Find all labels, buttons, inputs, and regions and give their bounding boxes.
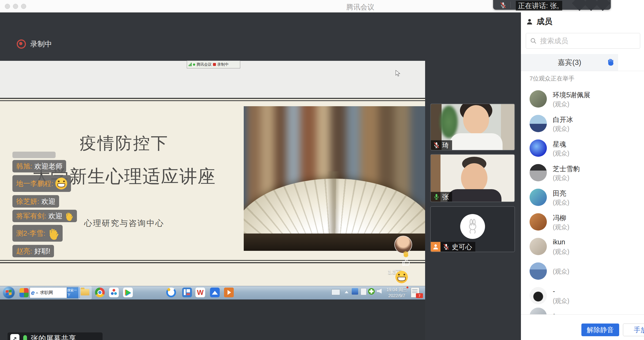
clock-date: 2022/9/7 [384,293,409,299]
member-name: 冯柳 [553,214,566,222]
member-row[interactable]: ikun (观众) [521,236,644,260]
members-header: 成员 [526,16,552,27]
chrome-icon[interactable] [95,288,105,297]
chat-bubble: 韩旭: 欢迎老师 [12,160,66,172]
tab-guests[interactable]: 嘉宾(3) [521,54,618,71]
keyboard-tray-icon[interactable] [331,289,340,295]
meeting-app-icon[interactable] [210,288,220,297]
media-grid-icon[interactable] [182,288,192,297]
start-button[interactable] [3,286,15,299]
mouse-cursor [395,70,402,77]
search-icon [530,37,537,44]
tray-expand-icon[interactable] [345,291,348,293]
share-arrow-icon [10,334,19,340]
recording-icon [17,39,26,49]
participant-name: 张 [442,192,449,201]
share-status-label: 张的屏幕共享 [31,334,76,340]
member-row[interactable]: 环境5谢佩展 (观众) [521,88,644,113]
chat-text: 欢迎 [48,211,62,221]
chat-bubble-partial [12,152,56,158]
power-tray-icon[interactable] [361,288,367,295]
pinwheel-app-icon[interactable] [19,288,29,297]
wps-icon[interactable]: W [195,288,205,297]
record-square-icon [213,63,216,66]
thumbs-up-icon [401,257,411,267]
mic-muted-icon [433,142,440,149]
media-app-icon[interactable] [109,288,119,297]
clap-emoji [65,212,73,220]
profile-badge-icon [431,242,440,252]
slide-book-photo [244,106,425,251]
member-name: 田亮 [553,189,566,198]
chat-sender: 将军有剑: [16,211,46,221]
mic-muted-icon [500,2,507,9]
member-row[interactable]: 白开冰 (观众) [521,113,644,137]
explorer-taskbar-item[interactable] [79,286,91,299]
taskbar-search-input[interactable] [39,290,63,295]
member-name: 芝士雪豹 [553,164,580,173]
members-title: 成员 [537,16,552,27]
raise-hand-notice: 7位观众正在举手 [530,75,574,83]
recorder-float-bar[interactable]: 腾讯会议 录制中 [187,61,240,68]
tencent-video-icon[interactable] [123,288,133,297]
screen-share-status-bar[interactable]: 张的屏幕共享 [8,332,103,340]
member-search-box[interactable] [526,33,640,49]
avatar [530,238,547,255]
avatar [530,213,547,231]
taskbar-search-box[interactable]: e [30,287,67,298]
participant-name: 琦 [442,141,449,150]
green-dot-icon [193,64,195,66]
member-name: 白开冰 [553,115,573,124]
hand-down-button[interactable]: 手放 [623,324,644,336]
mic-level-icon [23,335,27,340]
member-row[interactable]: 芝士雪豹 (观众) [521,162,644,186]
slide-title-line1: 疫情防控下 [16,132,232,155]
window-title: 腾讯会议 [321,2,399,12]
video-thumbnail[interactable]: 张 [430,154,515,202]
float-bar-app-label: 腾讯会议 [196,62,212,67]
avatar [530,287,547,304]
chat-bubble: 徐芝妍: 欢迎 [12,195,59,208]
members-footer: 解除静音 手放 [521,314,644,340]
video-thumbnail[interactable]: 琦 [430,104,515,151]
member-row[interactable]: 冯柳 (观众) [521,211,644,236]
video-thumbnail[interactable]: 史可心 [430,206,515,252]
member-role: (观众) [553,248,569,256]
unmute-button[interactable]: 解除静音 [581,324,619,336]
window-close-button[interactable] [5,4,10,9]
slide-frame-bottom [0,259,425,264]
member-name: 星魂 [553,140,566,149]
member-row[interactable]: 田亮 (观众) [521,186,644,211]
taskbar-search-button[interactable]: 搜索一下 [67,287,80,298]
avatar [530,115,547,132]
presentation-app-icon[interactable] [224,288,234,297]
member-search-input[interactable] [540,36,636,45]
folder-icon [81,289,89,295]
raise-hand-icon[interactable] [606,58,615,66]
antivirus-tray-icon[interactable] [368,288,375,295]
thumbnail-name-strip: 史可心 [440,242,475,252]
speaking-label: 正在讲话: 张, [516,1,562,11]
divider [510,2,511,8]
chat-sender: 徐芝妍: [16,197,39,206]
avatar [530,164,547,181]
signal-bars-icon [189,63,192,66]
member-row[interactable]: (观众) [521,260,644,285]
tencent-meeting-window: 腾讯会议 录制中 腾讯会议 录制中 疫情防控下 大学新生心理适应讲座 心理研究与… [0,0,644,340]
window-minimize-button[interactable] [13,4,18,9]
member-role: (观众) [553,100,569,108]
decor-diamond [595,0,611,11]
guests-tab-label: 嘉宾(3) [558,58,581,67]
avatar [530,189,547,206]
member-row[interactable]: 星魂 (观众) [521,137,644,162]
browser-swirl-icon[interactable] [166,288,176,297]
window-zoom-button[interactable] [21,4,26,9]
members-icon [526,18,533,25]
recording-label: 录制中 [30,39,52,49]
member-role: (观众) [553,223,569,231]
taskbar-clock[interactable]: 19:04 周三 2022/9/7 [384,287,409,299]
ime-tray-icon[interactable] [352,288,358,295]
member-role: (观众) [553,297,569,305]
thumbnail-name-strip: 张 [431,192,452,202]
chat-text: 欢迎 [41,197,55,206]
